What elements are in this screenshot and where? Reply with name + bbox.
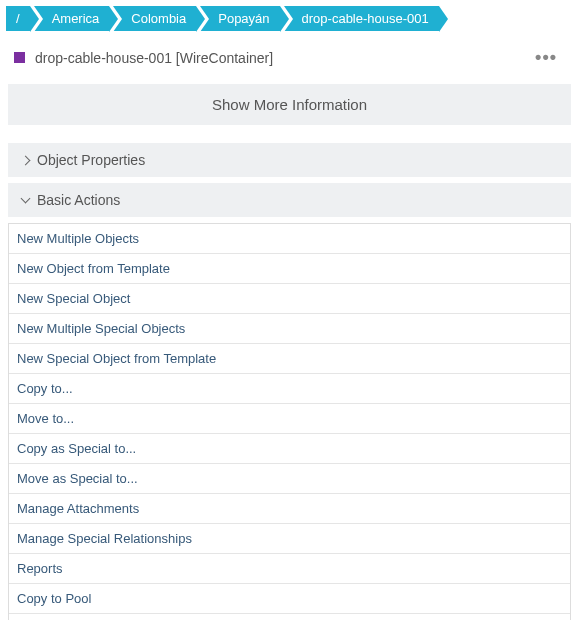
section-object-properties[interactable]: Object Properties (8, 143, 571, 177)
action-item[interactable]: Move as Special to... (9, 464, 570, 494)
action-item[interactable]: New Special Object from Template (9, 344, 570, 374)
action-item[interactable]: Copy to... (9, 374, 570, 404)
breadcrumb-item[interactable]: / (6, 6, 30, 31)
chevron-down-icon (21, 194, 31, 204)
section-label: Object Properties (37, 152, 145, 168)
section-label: Basic Actions (37, 192, 120, 208)
title-bar: drop-cable-house-001 [WireContainer] ••• (0, 35, 579, 76)
breadcrumb-item[interactable]: Colombia (113, 6, 196, 31)
breadcrumb-item[interactable]: America (34, 6, 110, 31)
chevron-right-icon (21, 155, 31, 165)
object-title: drop-cable-house-001 [WireContainer] (35, 50, 527, 66)
action-item[interactable]: Copy as Special to... (9, 434, 570, 464)
action-item[interactable]: Move to... (9, 404, 570, 434)
more-actions-button[interactable]: ••• (527, 45, 565, 70)
object-type-icon (14, 52, 25, 63)
section-basic-actions[interactable]: Basic Actions (8, 183, 571, 217)
action-item[interactable]: Manage Attachments (9, 494, 570, 524)
breadcrumb-item[interactable]: drop-cable-house-001 (284, 6, 439, 31)
basic-actions-list: New Multiple ObjectsNew Object from Temp… (8, 223, 571, 620)
action-item[interactable]: New Multiple Special Objects (9, 314, 570, 344)
show-more-info-button[interactable]: Show More Information (8, 84, 571, 125)
breadcrumb-item[interactable]: Popayán (200, 6, 279, 31)
action-item[interactable]: Copy to Pool (9, 584, 570, 614)
action-item[interactable]: New Multiple Objects (9, 224, 570, 254)
action-item[interactable]: New Object from Template (9, 254, 570, 284)
breadcrumb: /AmericaColombiaPopayándrop-cable-house-… (0, 0, 579, 35)
action-item[interactable]: Manage Special Relationships (9, 524, 570, 554)
action-item[interactable]: Move to Pool (9, 614, 570, 620)
action-item[interactable]: Reports (9, 554, 570, 584)
action-item[interactable]: New Special Object (9, 284, 570, 314)
